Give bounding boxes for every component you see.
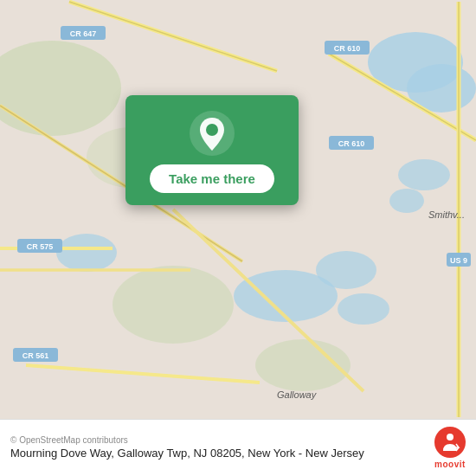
svg-text:CR 610: CR 610: [334, 44, 361, 53]
svg-point-41: [434, 427, 466, 458]
map-container: CR 647 CR 610 CR 610 CR 575 CR 561 US 9 …: [0, 0, 476, 419]
svg-point-4: [389, 189, 424, 213]
moovit-label: moovit: [434, 460, 466, 469]
moovit-icon: [434, 427, 466, 458]
svg-text:CR 561: CR 561: [23, 351, 49, 360]
svg-text:Galloway: Galloway: [277, 389, 318, 400]
svg-point-3: [398, 159, 450, 190]
svg-point-40: [206, 124, 218, 136]
map-attribution: © OpenStreetMap contributors: [10, 435, 424, 445]
svg-point-6: [316, 251, 376, 289]
address-section: © OpenStreetMap contributors Mourning Do…: [10, 435, 424, 461]
svg-text:Smithv...: Smithv...: [428, 209, 465, 220]
svg-text:US 9: US 9: [450, 256, 467, 265]
address-text: Mourning Dove Way, Galloway Twp, NJ 0820…: [10, 447, 424, 461]
svg-text:CR 610: CR 610: [338, 139, 365, 148]
app: CR 647 CR 610 CR 610 CR 575 CR 561 US 9 …: [0, 0, 476, 476]
svg-text:CR 647: CR 647: [70, 29, 97, 38]
pin-icon: [190, 111, 235, 156]
moovit-logo: moovit: [434, 427, 466, 469]
svg-point-10: [113, 266, 234, 344]
svg-point-42: [447, 434, 453, 441]
map-background: CR 647 CR 610 CR 610 CR 575 CR 561 US 9 …: [0, 0, 476, 419]
svg-text:CR 575: CR 575: [27, 242, 54, 251]
location-card: Take me there: [125, 95, 299, 205]
take-me-there-button[interactable]: Take me there: [150, 164, 274, 193]
bottom-bar: © OpenStreetMap contributors Mourning Do…: [0, 419, 476, 476]
svg-point-8: [56, 234, 117, 272]
svg-point-7: [338, 293, 389, 325]
